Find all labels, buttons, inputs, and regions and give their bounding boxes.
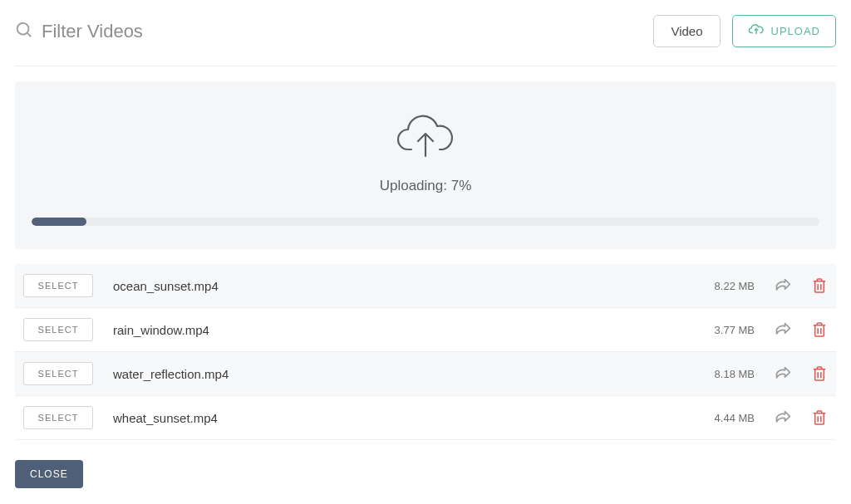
select-button[interactable]: SELECT xyxy=(23,274,93,297)
cloud-upload-icon xyxy=(748,23,765,39)
upload-panel: Uploading: 7% xyxy=(15,81,836,249)
upload-button[interactable]: UPLOAD xyxy=(732,15,836,47)
file-name: rain_window.mp4 xyxy=(113,323,675,337)
share-icon[interactable] xyxy=(775,365,791,382)
cloud-upload-large-icon xyxy=(32,113,819,159)
file-row: SELECTwheat_sunset.mp44.44 MB xyxy=(15,396,836,440)
file-name: wheat_sunset.mp4 xyxy=(113,411,675,425)
search-wrap xyxy=(15,21,653,42)
uploading-status-text: Uploading: 7% xyxy=(32,178,819,194)
search-icon xyxy=(15,21,33,42)
share-icon[interactable] xyxy=(775,409,791,426)
select-button[interactable]: SELECT xyxy=(23,406,93,429)
progress-fill xyxy=(32,218,86,226)
footer: CLOSE xyxy=(15,460,836,488)
header-actions: Video UPLOAD xyxy=(653,15,836,47)
file-size: 8.22 MB xyxy=(695,280,755,292)
file-row: SELECTrain_window.mp43.77 MB xyxy=(15,308,836,352)
trash-icon[interactable] xyxy=(811,321,828,338)
file-name: ocean_sunset.mp4 xyxy=(113,279,675,293)
close-button[interactable]: CLOSE xyxy=(15,460,83,488)
file-row: SELECTwater_reflection.mp48.18 MB xyxy=(15,352,836,396)
share-icon[interactable] xyxy=(775,321,791,338)
select-button[interactable]: SELECT xyxy=(23,318,93,341)
video-type-button[interactable]: Video xyxy=(653,15,720,47)
trash-icon[interactable] xyxy=(811,277,828,294)
upload-button-label: UPLOAD xyxy=(771,25,820,37)
trash-icon[interactable] xyxy=(811,409,828,426)
file-size: 4.44 MB xyxy=(695,412,755,424)
file-name: water_reflection.mp4 xyxy=(113,367,675,381)
header: Video UPLOAD xyxy=(15,15,836,66)
share-icon[interactable] xyxy=(775,277,791,294)
svg-point-0 xyxy=(17,22,29,34)
file-size: 8.18 MB xyxy=(695,368,755,380)
trash-icon[interactable] xyxy=(811,365,828,382)
file-size: 3.77 MB xyxy=(695,324,755,336)
select-button[interactable]: SELECT xyxy=(23,362,93,385)
file-row: SELECTocean_sunset.mp48.22 MB xyxy=(15,264,836,308)
search-input[interactable] xyxy=(42,21,653,42)
file-list: SELECTocean_sunset.mp48.22 MBSELECTrain_… xyxy=(15,264,836,440)
progress-bar xyxy=(32,218,819,226)
svg-line-1 xyxy=(27,32,32,37)
